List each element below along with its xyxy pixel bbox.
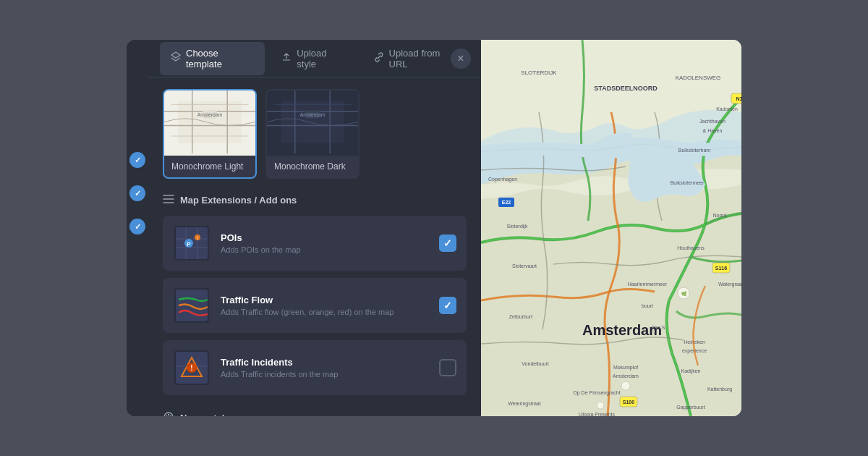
extensions-header: Map Extensions / Add ons [163,193,467,207]
modal: ✓ ✓ ✓ Choose template [127,40,741,416]
extension-desc-traffic-incidents: Adds Traffic incidents on the map [221,370,429,379]
template-thumb-dark: Amsterdam [267,90,358,156]
tab-choose-template[interactable]: Choose template [160,42,265,75]
extension-name-traffic-flow: Traffic Flow [221,295,429,305]
extension-card-traffic-flow: Traffic Flow Adds Traffic flow (green, o… [163,278,467,333]
svg-rect-1 [178,101,241,143]
svg-text:& Haven: & Haven [703,128,723,133]
svg-text:P: P [187,241,191,248]
templates-row: Amsterdam Monochrome Light [163,89,467,179]
svg-text:Mokumplof: Mokumplof [613,365,638,371]
step-2: ✓ [129,185,145,201]
extension-thumb-traffic-incidents: ! [173,349,210,387]
svg-rect-11 [281,101,344,143]
svg-text:Watergraafsmeer: Watergraafsmeer [718,282,741,287]
svg-text:🌿: 🌿 [681,291,687,297]
map-panel: N1 S116 S100 KADOLENSWEG SLOTERDIJK STAD… [481,40,741,416]
content-area: Amsterdam Monochrome Light [148,77,481,416]
svg-text:S100: S100 [623,400,634,405]
svg-text:Amsterdam: Amsterdam [197,112,223,117]
svg-text:!: ! [190,364,192,372]
main-content: Choose template Upload style Upload f [148,40,481,416]
link-icon [373,51,385,65]
svg-point-41 [168,414,169,415]
extension-checkbox-pois[interactable] [439,235,456,252]
template-label-monochrome-light: Monochrome Light [164,156,255,177]
steps-panel: ✓ ✓ ✓ [127,40,148,416]
svg-text:Sloterdijk: Sloterdijk [507,224,528,229]
extension-card-traffic-incidents: ! Traffic Incidents Adds Traffic inciden… [163,340,467,395]
svg-text:SLOTERDIJK: SLOTERDIJK [521,69,557,76]
step-1: ✓ [129,152,145,168]
svg-text:buurt: buurt [642,303,653,308]
name-style-label: Name style [180,413,230,416]
svg-text:N1: N1 [736,96,741,101]
svg-text:Buiksloterham: Buiksloterham [678,148,711,153]
template-label-monochrome-dark: Monochrome Dark [267,156,358,177]
step-3: ✓ [129,219,145,235]
svg-text:Slotervaart: Slotervaart [512,263,537,269]
svg-text:S116: S116 [715,266,727,271]
upload-icon [281,51,292,65]
extensions-icon [163,193,174,207]
svg-text:Zetburburt: Zetburburt [509,314,532,319]
extension-checkbox-traffic-flow[interactable] [439,297,456,314]
svg-text:Kadoelen: Kadoelen [716,106,738,111]
svg-point-84 [621,381,630,390]
extension-info-traffic-incidents: Traffic Incidents Adds Traffic incidents… [221,357,429,379]
svg-text:Amsterdam: Amsterdam [582,322,662,338]
svg-text:Houthavens: Houthavens [677,245,705,250]
svg-text:Buikslotermeer: Buikslotermeer [671,180,705,185]
palette-icon [163,411,174,416]
svg-text:Haarlemmermeer: Haarlemmermeer [628,282,668,287]
extension-info-traffic-flow: Traffic Flow Adds Traffic flow (green, o… [221,295,429,316]
svg-text:Copenhagen: Copenhagen [488,177,517,182]
svg-text:Kattenburg: Kattenburg [707,387,732,392]
svg-text:!: ! [197,236,198,240]
svg-text:Gapperbuurt: Gapperbuurt [676,405,705,410]
name-style-section: Name style [163,404,467,416]
extension-card-pois: P ! POIs Adds POIs on the map [163,216,467,271]
svg-text:Kadijken: Kadijken [681,368,701,374]
svg-point-85 [597,402,604,409]
extensions-title: Map Extensions / Add ons [180,195,297,206]
svg-text:Jachthaven: Jachthaven [699,119,726,124]
template-thumb-light: Amsterdam [164,90,255,156]
svg-text:E22: E22 [502,200,511,205]
svg-point-40 [166,415,167,416]
svg-text:Weteringstraat: Weteringstraat [508,401,540,407]
extension-name-traffic-incidents: Traffic Incidents [221,357,429,368]
svg-text:Noord: Noord [712,213,726,218]
svg-text:Utopia Presents: Utopia Presents [579,412,615,416]
extension-checkbox-traffic-incidents[interactable] [439,359,456,376]
layers-icon [170,51,182,65]
tab-upload-url-label: Upload from URL [389,48,459,69]
extension-thumb-traffic-flow [173,287,210,324]
extension-desc-pois: Adds POIs on the map [221,245,429,254]
svg-text:Heineken: Heineken [684,339,705,345]
template-card-monochrome-light[interactable]: Amsterdam Monochrome Light [163,89,257,179]
svg-text:Amsterdam: Amsterdam [613,373,639,379]
extension-thumb-pois: P ! [173,224,210,262]
tab-choose-template-label: Choose template [186,48,255,69]
template-card-monochrome-dark[interactable]: Amsterdam Monochrome Dark [265,89,359,179]
svg-text:KADOLENSWEG: KADOLENSWEG [676,75,721,81]
tabs-header: Choose template Upload style Upload f [148,40,481,77]
tab-upload-style-label: Upload style [297,48,346,69]
extension-desc-traffic-flow: Adds Traffic flow (green, orange, red) o… [221,308,429,316]
svg-text:Pier S: Pier S [651,325,665,330]
svg-text:Amsterdam: Amsterdam [300,112,326,117]
svg-text:STADSDEELNOORD: STADSDEELNOORD [594,85,658,92]
tab-upload-style[interactable]: Upload style [271,42,357,75]
svg-text:Vondelbuurt: Vondelbuurt [522,361,548,366]
extension-name-pois: POIs [221,232,429,243]
svg-text:Op De Prinsengracht: Op De Prinsengracht [573,390,620,396]
close-button[interactable]: × [451,48,471,69]
extension-info-pois: POIs Adds POIs on the map [221,232,429,254]
svg-point-42 [170,415,171,416]
